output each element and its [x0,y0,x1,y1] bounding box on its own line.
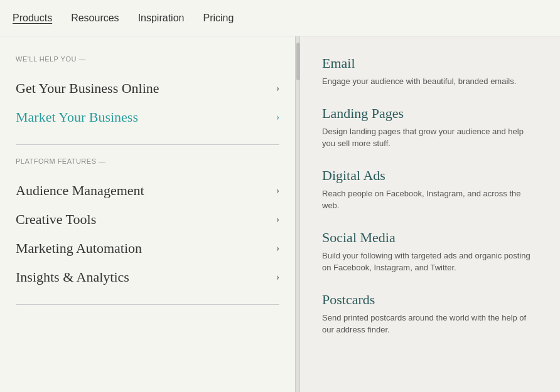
menu-item-creative-label: Creative Tools [16,211,96,228]
menu-item-creative-tools[interactable]: Creative Tools › [16,205,279,234]
section1-label: WE'LL HELP YOU — [16,55,279,63]
left-panel: WE'LL HELP YOU — Get Your Business Onlin… [0,36,295,392]
product-desc-digital-ads: Reach people on Facebook, Instagram, and… [322,188,538,212]
product-desc-social-media: Build your following with targeted ads a… [322,250,538,274]
chevron-icon-get-business: › [276,83,279,94]
divider-2 [16,304,279,305]
product-desc-landing-pages: Design landing pages that grow your audi… [322,125,538,150]
chevron-icon-market-business: › [276,112,279,123]
product-title-digital-ads: Digital Ads [322,167,538,184]
menu-item-get-business-online-label: Get Your Business Online [16,80,159,97]
product-title-postcards: Postcards [322,292,538,308]
product-title-social-media: Social Media [322,230,538,246]
main-content: WE'LL HELP YOU — Get Your Business Onlin… [0,36,560,392]
divider-1 [16,144,279,145]
menu-item-marketing-automation[interactable]: Marketing Automation › [16,234,279,263]
scrollbar[interactable] [295,36,300,392]
product-item-email: Email Engage your audience with beautifu… [322,55,538,88]
nav-item-inspiration[interactable]: Inspiration [138,13,185,24]
product-title-email: Email [322,55,538,72]
menu-item-insights-analytics[interactable]: Insights & Analytics › [16,263,279,292]
menu-item-market-business[interactable]: Market Your Business › [16,103,279,132]
nav-item-resources[interactable]: Resources [71,13,119,24]
right-panel: Email Engage your audience with beautifu… [300,36,560,392]
nav-item-pricing[interactable]: Pricing [203,13,234,24]
section2-label: PLATFORM FEATURES — [16,157,279,165]
chevron-icon-creative: › [276,214,279,225]
menu-item-marketing-label: Marketing Automation [16,240,142,257]
menu-item-insights-label: Insights & Analytics [16,269,129,285]
product-desc-postcards: Send printed postcards around the world … [322,312,538,336]
chevron-icon-marketing: › [276,243,279,254]
menu-item-get-business-online[interactable]: Get Your Business Online › [16,74,279,103]
chevron-icon-insights: › [276,272,279,283]
nav-item-products[interactable]: Products [13,13,52,24]
menu-item-audience-label: Audience Management [16,183,144,199]
chevron-icon-audience: › [276,185,279,196]
product-desc-email: Engage your audience with beautiful, bra… [322,75,538,88]
navbar: Products Resources Inspiration Pricing [0,0,560,36]
product-item-landing-pages: Landing Pages Design landing pages that … [322,105,538,150]
product-item-postcards: Postcards Send printed postcards around … [322,292,538,336]
menu-item-market-business-label: Market Your Business [16,109,138,125]
product-item-digital-ads: Digital Ads Reach people on Facebook, In… [322,167,538,212]
menu-item-audience-management[interactable]: Audience Management › [16,176,279,205]
product-title-landing-pages: Landing Pages [322,105,538,122]
nav-items: Products Resources Inspiration Pricing [13,13,234,24]
product-item-social-media: Social Media Build your following with t… [322,230,538,274]
